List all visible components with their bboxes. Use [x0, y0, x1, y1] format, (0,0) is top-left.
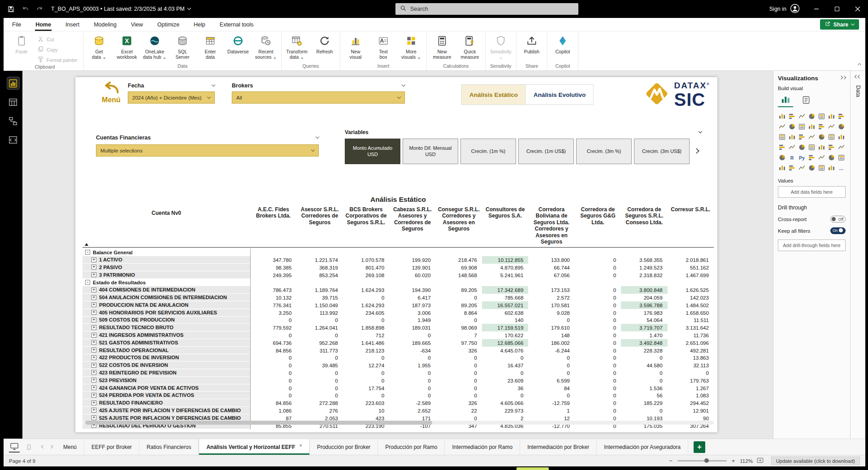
column-header[interactable]: Consultores de Seguros S.A.	[482, 205, 528, 246]
ribbon-item-excel-workbook[interactable]: XExcelworkbook	[113, 31, 141, 63]
page-tab-intermediaci-n-por-broker[interactable]: Intermediación por Broker	[520, 439, 597, 455]
variable-button-monto-dif-mensual-usd[interactable]: Monto Dif. Mensual USD	[403, 139, 458, 164]
line-chart-icon[interactable]	[837, 112, 846, 121]
collapse-pane-icon[interactable]	[840, 77, 846, 80]
menu-insert[interactable]: Insert	[65, 19, 80, 30]
table-icon[interactable]	[837, 143, 846, 152]
paginated-report-icon[interactable]	[788, 164, 796, 172]
page-tab-producci-n-por-ramo[interactable]: Producción por Ramo	[378, 439, 445, 455]
global-search-box[interactable]	[395, 3, 578, 15]
card-icon[interactable]	[798, 143, 806, 152]
menu-home[interactable]: Home	[35, 19, 52, 30]
line-and-clustered-column-chart-icon[interactable]	[807, 122, 816, 131]
variable-button-crecim-1m[interactable]: Crecim. (1m %)	[460, 139, 516, 164]
keep-all-filters-toggle[interactable]: On	[830, 227, 846, 234]
ribbon-chart-icon[interactable]	[817, 122, 826, 131]
filled-map-icon[interactable]	[827, 133, 836, 141]
smart-narrative-icon[interactable]	[837, 153, 846, 162]
menu-optimize[interactable]: Optimize	[157, 19, 180, 30]
area-chart-icon[interactable]	[778, 122, 786, 131]
column-header[interactable]: BCS Brokers Corporativos de Seguros S.R.…	[343, 205, 389, 246]
collapse-ribbon-icon[interactable]	[858, 60, 861, 68]
data-pane-collapsed[interactable]: Data	[850, 71, 865, 439]
expand-icon[interactable]: +	[91, 363, 96, 368]
cuentas-dropdown[interactable]: Multiple selections	[96, 144, 319, 157]
column-header[interactable]: Corresur S.R.L.	[668, 205, 714, 246]
collapse-icon[interactable]: -	[85, 280, 90, 285]
expand-icon[interactable]: +	[91, 265, 96, 270]
horizontal-scrollbar[interactable]	[82, 421, 714, 425]
menu-modeling[interactable]: Modeling	[93, 19, 117, 30]
variable-button-monto-acumulado-usd[interactable]: Monto Acumulado USD	[345, 139, 400, 164]
azure-map-icon[interactable]	[778, 143, 786, 152]
treemap-icon[interactable]	[807, 133, 816, 141]
ribbon-item-refresh[interactable]: Refresh	[311, 31, 339, 63]
r-script-visual-icon[interactable]: R	[788, 153, 796, 162]
slicer-icon[interactable]	[827, 143, 836, 152]
ribbon-item-text-box[interactable]: ATextbox	[369, 31, 397, 63]
metrics-icon[interactable]	[778, 164, 786, 172]
arcgis-map-icon[interactable]	[798, 164, 806, 172]
100%-stacked-column-chart-icon[interactable]	[827, 112, 836, 121]
page-tab-eeff-por-broker[interactable]: EEFF por Broker	[84, 439, 139, 455]
gauge-icon[interactable]	[788, 143, 796, 152]
expand-icon[interactable]: +	[91, 257, 96, 262]
qa-visual-icon[interactable]	[827, 153, 836, 162]
file-title[interactable]: T_BO_APS_00003 • Last saved: 2/3/2025 at…	[51, 6, 191, 12]
format-visual-tab[interactable]	[799, 94, 814, 107]
map-icon[interactable]	[817, 133, 826, 141]
expand-data-pane-icon[interactable]	[855, 76, 861, 79]
variable-button-crecim-3m[interactable]: Crecim. (3m %)	[576, 139, 632, 164]
variable-button-crecim-3m-us[interactable]: Crecim. (3m US$)	[634, 139, 690, 164]
ribbon-item-quick-measure[interactable]: Quickmeasure	[456, 31, 484, 63]
kpi-icon[interactable]	[817, 143, 826, 152]
zoom-in-button[interactable]: +	[731, 457, 736, 464]
ribbon-item-enter-data[interactable]: Enterdata	[196, 31, 224, 63]
close-button[interactable]	[847, 0, 868, 18]
previous-page-icon[interactable]	[42, 444, 44, 450]
ribbon-item-get-data[interactable]: Getdata ⌄	[85, 31, 113, 63]
analysis-evolutivo-button[interactable]: Análisis Evolutivo	[525, 85, 593, 104]
menu-external-tools[interactable]: External tools	[219, 19, 254, 30]
data-view-icon[interactable]	[7, 96, 19, 108]
custom-visual-icon[interactable]	[827, 164, 836, 172]
funnel-chart-icon[interactable]	[837, 122, 846, 131]
expand-icon[interactable]: +	[91, 400, 96, 405]
column-header[interactable]: Consegur S.R.L. Corredores y Asesores en…	[436, 205, 482, 246]
ribbon-item-publish[interactable]: Publish	[518, 31, 546, 63]
ribbon-item-sql-server[interactable]: SQLServer	[169, 31, 196, 63]
variables-next-icon[interactable]	[694, 148, 699, 156]
line-and-stacked-column-chart-icon[interactable]	[798, 122, 806, 131]
expand-icon[interactable]: +	[91, 302, 96, 307]
expand-icon[interactable]: +	[91, 325, 96, 330]
dax-query-view-icon[interactable]	[7, 134, 19, 146]
zoom-slider[interactable]	[677, 460, 727, 461]
column-header[interactable]: Asescor S.R.L. Corredores de Seguros	[296, 205, 343, 246]
scatter-chart-icon[interactable]	[778, 133, 786, 141]
clustered-column-chart-icon[interactable]	[807, 112, 816, 121]
minimize-button[interactable]	[806, 0, 827, 18]
donut-chart-icon[interactable]	[798, 133, 806, 141]
model-view-icon[interactable]	[7, 115, 19, 127]
get-more-visuals-icon[interactable]: …	[837, 164, 846, 172]
expand-icon[interactable]: +	[91, 295, 96, 300]
page-tab-men[interactable]: Menú	[56, 439, 84, 455]
stacked-bar-chart-icon[interactable]	[778, 112, 786, 121]
page-tab-producci-n-por-broker[interactable]: Producción por Broker	[310, 439, 378, 455]
page-tab-ratios-financieros[interactable]: Ratios Financieros	[139, 439, 199, 455]
brokers-dropdown[interactable]: All	[232, 91, 405, 104]
expand-icon[interactable]: +	[91, 318, 96, 322]
report-view-icon[interactable]	[7, 77, 19, 89]
power-automate-icon[interactable]	[817, 164, 826, 172]
stacked-column-chart-icon[interactable]	[788, 112, 796, 121]
column-header[interactable]: Corredora de Seguros S.R.L. Conseso Ltda…	[621, 205, 667, 246]
expand-icon[interactable]: +	[91, 370, 96, 375]
page-tab-intermediaci-n-por-ramo[interactable]: Intermediación por Ramo	[445, 439, 520, 455]
add-drill-through-dropzone[interactable]: Add drill-through fields here	[778, 239, 846, 251]
ribbon-item-dataverse[interactable]: Dataverse	[224, 31, 252, 63]
expand-icon[interactable]: +	[91, 340, 96, 345]
shape-map-icon[interactable]	[837, 133, 846, 141]
expand-icon[interactable]: +	[91, 348, 96, 352]
mobile-view-icon[interactable]	[25, 442, 33, 453]
expand-icon[interactable]: +	[91, 415, 96, 420]
